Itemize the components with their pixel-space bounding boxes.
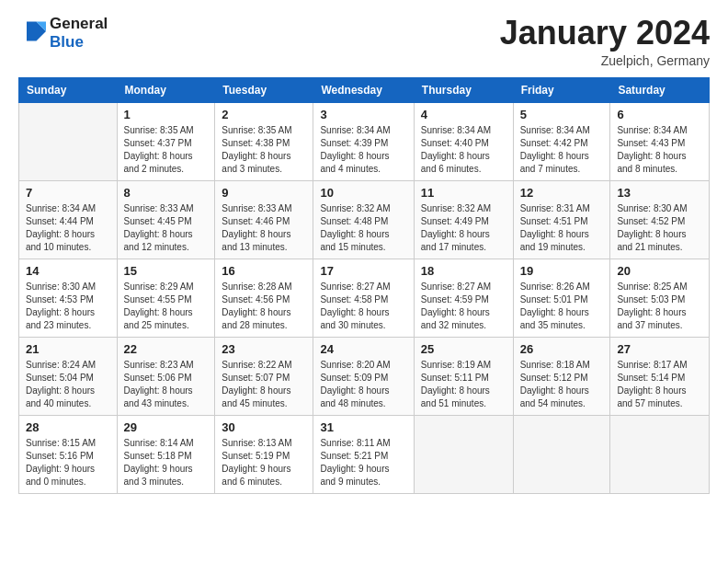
- day-info: Sunrise: 8:26 AMSunset: 5:01 PMDaylight:…: [520, 281, 604, 332]
- day-info: Sunrise: 8:19 AMSunset: 5:11 PMDaylight:…: [421, 359, 506, 410]
- day-cell-13: 13Sunrise: 8:30 AMSunset: 4:52 PMDayligh…: [610, 180, 710, 259]
- day-info: Sunrise: 8:22 AMSunset: 5:07 PMDaylight:…: [222, 359, 306, 410]
- day-info: Sunrise: 8:14 AMSunset: 5:18 PMDaylight:…: [124, 437, 209, 488]
- day-number: 25: [421, 342, 506, 356]
- day-cell-18: 18Sunrise: 8:27 AMSunset: 4:59 PMDayligh…: [414, 259, 513, 337]
- day-cell-8: 8Sunrise: 8:33 AMSunset: 4:45 PMDaylight…: [117, 180, 215, 259]
- day-number: 5: [520, 108, 604, 121]
- col-header-friday: Friday: [513, 77, 610, 102]
- day-number: 9: [222, 186, 306, 200]
- day-info: Sunrise: 8:33 AMSunset: 4:46 PMDaylight:…: [222, 202, 306, 254]
- day-info: Sunrise: 8:34 AMSunset: 4:43 PMDaylight:…: [617, 124, 702, 176]
- day-cell-7: 7Sunrise: 8:34 AMSunset: 4:44 PMDaylight…: [19, 180, 118, 259]
- day-number: 24: [320, 342, 406, 356]
- day-cell-21: 21Sunrise: 8:24 AMSunset: 5:04 PMDayligh…: [19, 337, 118, 415]
- day-number: 13: [617, 186, 702, 200]
- day-number: 4: [421, 108, 506, 121]
- day-number: 8: [124, 186, 209, 200]
- day-info: Sunrise: 8:23 AMSunset: 5:06 PMDaylight:…: [124, 359, 209, 410]
- day-info: Sunrise: 8:30 AMSunset: 4:53 PMDaylight:…: [26, 281, 110, 332]
- day-cell-15: 15Sunrise: 8:29 AMSunset: 4:55 PMDayligh…: [117, 259, 215, 337]
- day-cell-10: 10Sunrise: 8:32 AMSunset: 4:48 PMDayligh…: [313, 180, 414, 259]
- empty-cell: [513, 415, 610, 493]
- day-info: Sunrise: 8:28 AMSunset: 4:56 PMDaylight:…: [222, 281, 306, 332]
- day-info: Sunrise: 8:34 AMSunset: 4:42 PMDaylight:…: [520, 124, 604, 176]
- logo-blue: Blue: [50, 33, 108, 52]
- day-number: 12: [520, 186, 604, 200]
- day-number: 28: [26, 420, 110, 434]
- day-number: 21: [26, 342, 110, 356]
- day-number: 11: [421, 186, 506, 200]
- location-subtitle: Zuelpich, Germany: [500, 53, 710, 68]
- empty-cell: [414, 415, 513, 493]
- day-cell-6: 6Sunrise: 8:34 AMSunset: 4:43 PMDaylight…: [610, 102, 710, 180]
- day-cell-12: 12Sunrise: 8:31 AMSunset: 4:51 PMDayligh…: [513, 180, 610, 259]
- day-number: 23: [222, 342, 306, 356]
- day-cell-22: 22Sunrise: 8:23 AMSunset: 5:06 PMDayligh…: [117, 337, 215, 415]
- day-number: 2: [222, 108, 306, 121]
- day-info: Sunrise: 8:34 AMSunset: 4:39 PMDaylight:…: [320, 124, 406, 176]
- day-cell-9: 9Sunrise: 8:33 AMSunset: 4:46 PMDaylight…: [215, 180, 313, 259]
- day-info: Sunrise: 8:33 AMSunset: 4:45 PMDaylight:…: [124, 202, 209, 254]
- day-info: Sunrise: 8:34 AMSunset: 4:40 PMDaylight:…: [421, 124, 506, 176]
- day-cell-28: 28Sunrise: 8:15 AMSunset: 5:16 PMDayligh…: [19, 415, 118, 493]
- day-info: Sunrise: 8:24 AMSunset: 5:04 PMDaylight:…: [26, 359, 110, 410]
- day-cell-20: 20Sunrise: 8:25 AMSunset: 5:03 PMDayligh…: [610, 259, 710, 337]
- day-cell-5: 5Sunrise: 8:34 AMSunset: 4:42 PMDaylight…: [513, 102, 610, 180]
- day-cell-14: 14Sunrise: 8:30 AMSunset: 4:53 PMDayligh…: [19, 259, 118, 337]
- day-info: Sunrise: 8:11 AMSunset: 5:21 PMDaylight:…: [320, 437, 406, 488]
- day-number: 16: [222, 264, 306, 278]
- day-info: Sunrise: 8:17 AMSunset: 5:14 PMDaylight:…: [617, 359, 702, 410]
- month-title: January 2024: [500, 15, 710, 52]
- page: General Blue January 2024 Zuelpich, Germ…: [0, 0, 728, 563]
- day-number: 29: [124, 420, 209, 434]
- day-number: 26: [520, 342, 604, 356]
- day-cell-11: 11Sunrise: 8:32 AMSunset: 4:49 PMDayligh…: [414, 180, 513, 259]
- day-number: 19: [520, 264, 604, 278]
- day-number: 27: [617, 342, 702, 356]
- day-cell-1: 1Sunrise: 8:35 AMSunset: 4:37 PMDaylight…: [117, 102, 215, 180]
- day-info: Sunrise: 8:32 AMSunset: 4:48 PMDaylight:…: [320, 202, 406, 254]
- logo-general: General: [50, 15, 108, 33]
- day-info: Sunrise: 8:30 AMSunset: 4:52 PMDaylight:…: [617, 202, 702, 254]
- logo: General Blue: [18, 15, 108, 51]
- day-info: Sunrise: 8:32 AMSunset: 4:49 PMDaylight:…: [421, 202, 506, 254]
- day-cell-23: 23Sunrise: 8:22 AMSunset: 5:07 PMDayligh…: [215, 337, 313, 415]
- empty-cell: [610, 415, 710, 493]
- title-block: January 2024 Zuelpich, Germany: [500, 15, 710, 68]
- col-header-sunday: Sunday: [19, 77, 118, 102]
- day-number: 22: [124, 342, 209, 356]
- day-info: Sunrise: 8:34 AMSunset: 4:44 PMDaylight:…: [26, 202, 110, 254]
- col-header-tuesday: Tuesday: [215, 77, 313, 102]
- day-cell-31: 31Sunrise: 8:11 AMSunset: 5:21 PMDayligh…: [313, 415, 414, 493]
- day-cell-30: 30Sunrise: 8:13 AMSunset: 5:19 PMDayligh…: [215, 415, 313, 493]
- day-info: Sunrise: 8:35 AMSunset: 4:38 PMDaylight:…: [222, 124, 306, 176]
- day-info: Sunrise: 8:27 AMSunset: 4:58 PMDaylight:…: [320, 281, 406, 332]
- day-number: 7: [26, 186, 110, 200]
- day-cell-29: 29Sunrise: 8:14 AMSunset: 5:18 PMDayligh…: [117, 415, 215, 493]
- day-info: Sunrise: 8:18 AMSunset: 5:12 PMDaylight:…: [520, 359, 604, 410]
- day-cell-16: 16Sunrise: 8:28 AMSunset: 4:56 PMDayligh…: [215, 259, 313, 337]
- day-info: Sunrise: 8:31 AMSunset: 4:51 PMDaylight:…: [520, 202, 604, 254]
- empty-cell: [19, 102, 118, 180]
- day-number: 14: [26, 264, 110, 278]
- day-cell-25: 25Sunrise: 8:19 AMSunset: 5:11 PMDayligh…: [414, 337, 513, 415]
- day-number: 3: [320, 108, 406, 121]
- header: General Blue January 2024 Zuelpich, Germ…: [18, 15, 710, 68]
- day-number: 15: [124, 264, 209, 278]
- day-number: 6: [617, 108, 702, 121]
- day-info: Sunrise: 8:13 AMSunset: 5:19 PMDaylight:…: [222, 437, 306, 488]
- col-header-saturday: Saturday: [610, 77, 710, 102]
- day-cell-27: 27Sunrise: 8:17 AMSunset: 5:14 PMDayligh…: [610, 337, 710, 415]
- day-info: Sunrise: 8:35 AMSunset: 4:37 PMDaylight:…: [124, 124, 209, 176]
- day-cell-26: 26Sunrise: 8:18 AMSunset: 5:12 PMDayligh…: [513, 337, 610, 415]
- day-cell-19: 19Sunrise: 8:26 AMSunset: 5:01 PMDayligh…: [513, 259, 610, 337]
- day-number: 1: [124, 108, 209, 121]
- day-number: 20: [617, 264, 702, 278]
- day-cell-3: 3Sunrise: 8:34 AMSunset: 4:39 PMDaylight…: [313, 102, 414, 180]
- day-info: Sunrise: 8:27 AMSunset: 4:59 PMDaylight:…: [421, 281, 506, 332]
- day-info: Sunrise: 8:29 AMSunset: 4:55 PMDaylight:…: [124, 281, 209, 332]
- day-info: Sunrise: 8:20 AMSunset: 5:09 PMDaylight:…: [320, 359, 406, 410]
- day-number: 18: [421, 264, 506, 278]
- calendar-table: SundayMondayTuesdayWednesdayThursdayFrid…: [18, 77, 710, 494]
